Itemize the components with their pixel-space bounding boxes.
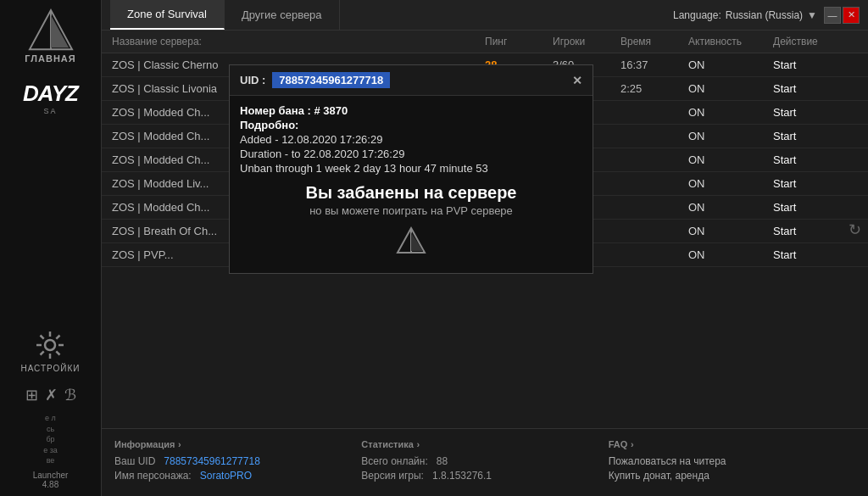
dayz-sub-label: SA	[43, 107, 57, 115]
refresh-icon[interactable]: ↻	[849, 220, 861, 239]
launcher-label: Launcher	[33, 471, 69, 480]
launcher-version: 4.88	[33, 480, 69, 489]
ban-icon-container	[240, 226, 582, 258]
online-value: 88	[437, 455, 448, 467]
sail-logo-icon	[25, 8, 76, 53]
table-header: Название сервера: Пинг Игроки Время Акти…	[102, 31, 868, 53]
script-icon[interactable]: ℬ	[64, 386, 76, 404]
ban-modal: UID : 78857345961277718 ✕ Номер бана : #…	[229, 64, 593, 274]
server-activity: ON	[688, 225, 773, 237]
server-activity: ON	[688, 248, 773, 261]
col-header-name: Название сервера:	[112, 36, 485, 47]
ban-message-sub: но вы можете поиграть на PVP сервере	[240, 204, 582, 217]
header-right: Language: Russian (Russia) ▼ — ✕	[673, 7, 860, 24]
minimize-button[interactable]: —	[824, 7, 841, 24]
main-nav-item[interactable]: ГЛАВНАЯ	[17, 8, 85, 76]
tab-other-servers[interactable]: Другие сервера	[225, 0, 340, 30]
version-value: 1.8.153276.1	[432, 470, 492, 482]
col-header-action: Действие	[773, 36, 858, 47]
gear-icon	[35, 330, 65, 360]
folder-icon[interactable]: ⊞	[25, 386, 38, 404]
language-label: Language:	[673, 9, 721, 21]
tab-bar: Zone of Survival Другие сервера	[110, 0, 340, 30]
wrench-icon[interactable]: ✗	[45, 386, 58, 404]
modal-close-button[interactable]: ✕	[572, 74, 582, 87]
start-button[interactable]: Start	[773, 248, 858, 261]
svg-marker-2	[51, 15, 69, 48]
language-selector[interactable]: Language: Russian (Russia) ▼	[673, 9, 817, 21]
col-header-players: Игроки	[553, 36, 620, 47]
uid-label: UID :	[240, 74, 265, 86]
server-activity: ON	[688, 106, 773, 119]
version-row: Версия игры: 1.8.153276.1	[361, 470, 608, 482]
start-button[interactable]: Start	[773, 130, 858, 142]
faq-section: FAQ › Пожаловаться на читера Купить дона…	[609, 437, 855, 488]
uid-value: 78857345961277718	[164, 455, 259, 467]
server-list-area: Название сервера: Пинг Игроки Время Акти…	[102, 31, 868, 428]
info-chevron[interactable]: ›	[178, 439, 181, 449]
ban-modal-header: UID : 78857345961277718 ✕	[230, 65, 593, 96]
uid-row: Ваш UID 78857345961277718	[114, 455, 361, 467]
language-value: Russian (Russia)	[726, 9, 803, 21]
uid-value: 78857345961277718	[272, 72, 390, 88]
info-title: Информация ›	[114, 437, 361, 450]
server-activity: ON	[688, 130, 773, 142]
start-button[interactable]: Start	[773, 201, 858, 214]
server-time: 16:37	[620, 59, 688, 71]
stats-section: Статистика › Всего онлайн: 88 Версия игр…	[361, 437, 608, 488]
svg-line-11	[41, 351, 44, 354]
bottom-bar: Информация › Ваш UID 78857345961277718 И…	[102, 428, 868, 496]
svg-line-9	[57, 351, 60, 354]
sidebar-status-text: е л сь бр е за ве	[43, 413, 58, 466]
ban-logo-icon	[395, 226, 427, 258]
start-button[interactable]: Start	[773, 59, 858, 71]
ban-details-label: Подробно:	[240, 119, 582, 131]
svg-line-10	[57, 336, 60, 339]
main-content: Zone of Survival Другие сервера Language…	[102, 0, 868, 496]
ban-duration-line: Duration - to 22.08.2020 17:26:29	[240, 148, 582, 160]
ban-number-line: Номер бана : # 3870	[240, 104, 582, 117]
start-button[interactable]: Start	[773, 177, 858, 190]
start-button[interactable]: Start	[773, 82, 858, 95]
svg-line-8	[41, 336, 44, 339]
stats-chevron[interactable]: ›	[416, 439, 420, 449]
tab-zone-of-survival[interactable]: Zone of Survival	[110, 0, 225, 30]
settings-nav-label: НАСТРОЙКИ	[20, 364, 80, 373]
online-row: Всего онлайн: 88	[361, 455, 608, 467]
header-bar: Zone of Survival Другие сервера Language…	[102, 0, 868, 31]
ban-modal-body: Номер бана : # 3870 Подробно: Added - 12…	[230, 96, 593, 273]
svg-point-3	[45, 340, 55, 350]
dayz-logo-text: DAYZ	[23, 81, 78, 107]
server-activity: ON	[688, 153, 773, 166]
col-header-activity: Активность	[688, 36, 773, 47]
faq-title: FAQ ›	[609, 437, 855, 450]
ban-unban-line: Unban through 1 week 2 day 13 hour 47 mi…	[240, 162, 582, 175]
launcher-version-info: Launcher 4.88	[33, 471, 69, 489]
stats-title: Статистика ›	[361, 437, 608, 450]
server-activity: ON	[688, 177, 773, 190]
close-button[interactable]: ✕	[843, 7, 860, 24]
server-activity: ON	[688, 82, 773, 95]
info-section: Информация › Ваш UID 78857345961277718 И…	[114, 437, 361, 488]
start-button[interactable]: Start	[773, 225, 858, 237]
faq-link-report[interactable]: Пожаловаться на читера	[609, 455, 855, 467]
sidebar: ГЛАВНАЯ DAYZ SA НАСТРОЙКИ ⊞ ✗ ℬ е л с	[0, 0, 102, 496]
server-activity: ON	[688, 59, 773, 71]
col-header-ping: Пинг	[485, 36, 553, 47]
start-button[interactable]: Start	[773, 153, 858, 166]
settings-nav-item[interactable]: НАСТРОЙКИ	[20, 330, 80, 373]
chevron-down-icon: ▼	[807, 9, 817, 21]
sidebar-tools: ⊞ ✗ ℬ	[25, 386, 76, 404]
server-activity: ON	[688, 201, 773, 214]
char-row: Имя персонажа: SoratoPRO	[114, 470, 361, 482]
ban-added-line: Added - 12.08.2020 17:26:29	[240, 133, 582, 146]
window-controls: — ✕	[824, 7, 860, 24]
faq-chevron[interactable]: ›	[631, 439, 634, 449]
dayz-nav-item[interactable]: DAYZ SA	[23, 81, 78, 115]
start-button[interactable]: Start	[773, 106, 858, 119]
main-nav-label: ГЛАВНАЯ	[25, 53, 75, 64]
ban-message-main: Вы забанены на сервере	[240, 183, 582, 203]
char-value: SoratoPRO	[200, 470, 252, 482]
faq-link-donate[interactable]: Купить донат, аренда	[609, 470, 855, 482]
col-header-time: Время	[620, 36, 688, 47]
